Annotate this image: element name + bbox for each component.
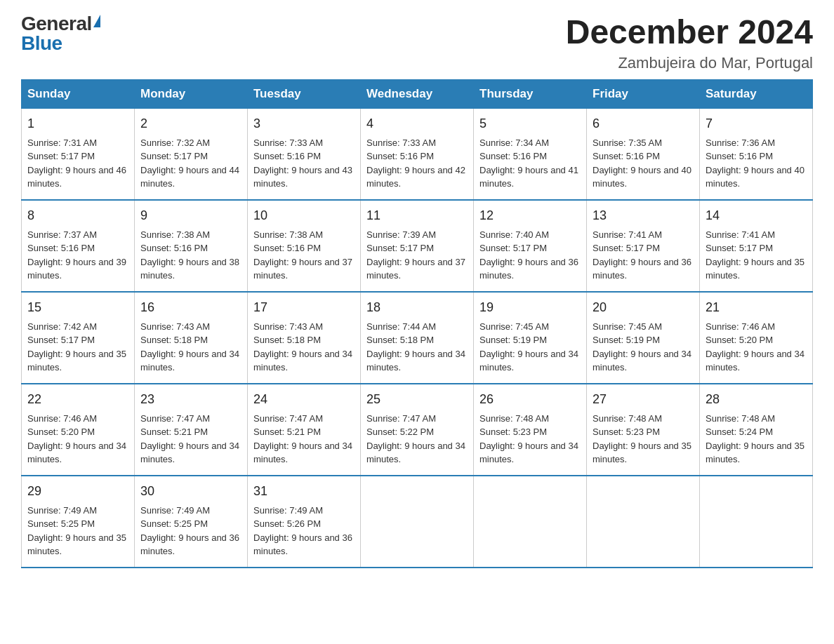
- logo: General Blue: [21, 14, 100, 53]
- day-info: Sunrise: 7:48 AM Sunset: 5:23 PM Dayligh…: [479, 412, 581, 467]
- logo-general-text: General: [21, 14, 92, 34]
- day-info: Sunrise: 7:45 AM Sunset: 5:19 PM Dayligh…: [593, 320, 694, 375]
- day-number: 21: [706, 298, 807, 317]
- page-title: December 2024: [566, 14, 813, 51]
- day-info: Sunrise: 7:39 AM Sunset: 5:17 PM Dayligh…: [366, 228, 468, 283]
- day-number: 3: [253, 114, 355, 133]
- calendar-cell: 30 Sunrise: 7:49 AM Sunset: 5:25 PM Dayl…: [135, 476, 248, 568]
- calendar-cell: 19 Sunrise: 7:45 AM Sunset: 5:19 PM Dayl…: [474, 292, 587, 384]
- calendar-week-row: 1 Sunrise: 7:31 AM Sunset: 5:17 PM Dayli…: [22, 108, 813, 200]
- calendar-cell: 29 Sunrise: 7:49 AM Sunset: 5:25 PM Dayl…: [22, 476, 135, 568]
- day-info: Sunrise: 7:41 AM Sunset: 5:17 PM Dayligh…: [593, 228, 694, 283]
- day-info: Sunrise: 7:38 AM Sunset: 5:16 PM Dayligh…: [253, 228, 355, 283]
- day-info: Sunrise: 7:43 AM Sunset: 5:18 PM Dayligh…: [253, 320, 355, 375]
- day-number: 17: [253, 298, 355, 317]
- day-number: 7: [706, 114, 807, 133]
- day-info: Sunrise: 7:33 AM Sunset: 5:16 PM Dayligh…: [253, 136, 355, 191]
- day-info: Sunrise: 7:49 AM Sunset: 5:26 PM Dayligh…: [253, 504, 355, 558]
- day-number: 15: [27, 298, 128, 317]
- day-number: 4: [366, 114, 468, 133]
- day-number: 11: [366, 206, 468, 225]
- day-info: Sunrise: 7:46 AM Sunset: 5:20 PM Dayligh…: [27, 412, 128, 467]
- calendar-cell: 14 Sunrise: 7:41 AM Sunset: 5:17 PM Dayl…: [700, 200, 813, 292]
- title-block: December 2024 Zambujeira do Mar, Portuga…: [566, 14, 813, 72]
- calendar-cell: 23 Sunrise: 7:47 AM Sunset: 5:21 PM Dayl…: [135, 384, 248, 476]
- page-header: General Blue December 2024 Zambujeira do…: [21, 14, 813, 72]
- day-info: Sunrise: 7:37 AM Sunset: 5:16 PM Dayligh…: [27, 228, 128, 283]
- calendar-header-saturday: Saturday: [700, 79, 813, 108]
- day-number: 12: [479, 206, 581, 225]
- calendar-cell: 8 Sunrise: 7:37 AM Sunset: 5:16 PM Dayli…: [22, 200, 135, 292]
- calendar-cell: 6 Sunrise: 7:35 AM Sunset: 5:16 PM Dayli…: [587, 108, 700, 200]
- calendar-cell: 26 Sunrise: 7:48 AM Sunset: 5:23 PM Dayl…: [474, 384, 587, 476]
- calendar-cell: 20 Sunrise: 7:45 AM Sunset: 5:19 PM Dayl…: [587, 292, 700, 384]
- calendar-cell: [700, 476, 813, 568]
- calendar-cell: 27 Sunrise: 7:48 AM Sunset: 5:23 PM Dayl…: [587, 384, 700, 476]
- day-info: Sunrise: 7:47 AM Sunset: 5:21 PM Dayligh…: [140, 412, 241, 467]
- day-number: 25: [366, 390, 468, 409]
- calendar-cell: [361, 476, 474, 568]
- day-info: Sunrise: 7:45 AM Sunset: 5:19 PM Dayligh…: [479, 320, 581, 375]
- day-info: Sunrise: 7:42 AM Sunset: 5:17 PM Dayligh…: [27, 320, 128, 375]
- calendar-cell: 2 Sunrise: 7:32 AM Sunset: 5:17 PM Dayli…: [135, 108, 248, 200]
- calendar-header-row: SundayMondayTuesdayWednesdayThursdayFrid…: [22, 79, 813, 108]
- calendar-week-row: 8 Sunrise: 7:37 AM Sunset: 5:16 PM Dayli…: [22, 200, 813, 292]
- calendar-cell: 5 Sunrise: 7:34 AM Sunset: 5:16 PM Dayli…: [474, 108, 587, 200]
- day-info: Sunrise: 7:34 AM Sunset: 5:16 PM Dayligh…: [479, 136, 581, 191]
- day-number: 2: [140, 114, 241, 133]
- day-number: 26: [479, 390, 581, 409]
- calendar-table: SundayMondayTuesdayWednesdayThursdayFrid…: [21, 79, 813, 568]
- calendar-cell: 17 Sunrise: 7:43 AM Sunset: 5:18 PM Dayl…: [248, 292, 361, 384]
- calendar-cell: 11 Sunrise: 7:39 AM Sunset: 5:17 PM Dayl…: [361, 200, 474, 292]
- day-info: Sunrise: 7:44 AM Sunset: 5:18 PM Dayligh…: [366, 320, 468, 375]
- calendar-header-thursday: Thursday: [474, 79, 587, 108]
- calendar-cell: 31 Sunrise: 7:49 AM Sunset: 5:26 PM Dayl…: [248, 476, 361, 568]
- calendar-cell: [474, 476, 587, 568]
- day-number: 22: [27, 390, 128, 409]
- calendar-cell: 22 Sunrise: 7:46 AM Sunset: 5:20 PM Dayl…: [22, 384, 135, 476]
- day-info: Sunrise: 7:47 AM Sunset: 5:22 PM Dayligh…: [366, 412, 468, 467]
- calendar-cell: 4 Sunrise: 7:33 AM Sunset: 5:16 PM Dayli…: [361, 108, 474, 200]
- day-info: Sunrise: 7:41 AM Sunset: 5:17 PM Dayligh…: [706, 228, 807, 283]
- calendar-header-monday: Monday: [135, 79, 248, 108]
- day-number: 20: [593, 298, 694, 317]
- day-info: Sunrise: 7:48 AM Sunset: 5:24 PM Dayligh…: [706, 412, 807, 467]
- day-number: 13: [593, 206, 694, 225]
- logo-triangle-icon: [93, 15, 100, 27]
- calendar-cell: 25 Sunrise: 7:47 AM Sunset: 5:22 PM Dayl…: [361, 384, 474, 476]
- day-info: Sunrise: 7:40 AM Sunset: 5:17 PM Dayligh…: [479, 228, 581, 283]
- day-number: 10: [253, 206, 355, 225]
- day-info: Sunrise: 7:49 AM Sunset: 5:25 PM Dayligh…: [27, 504, 128, 558]
- day-number: 19: [479, 298, 581, 317]
- day-number: 28: [706, 390, 807, 409]
- day-info: Sunrise: 7:36 AM Sunset: 5:16 PM Dayligh…: [706, 136, 807, 191]
- day-info: Sunrise: 7:48 AM Sunset: 5:23 PM Dayligh…: [593, 412, 694, 467]
- calendar-cell: 18 Sunrise: 7:44 AM Sunset: 5:18 PM Dayl…: [361, 292, 474, 384]
- day-info: Sunrise: 7:31 AM Sunset: 5:17 PM Dayligh…: [27, 136, 128, 191]
- logo-blue-text: Blue: [21, 32, 62, 54]
- calendar-header-tuesday: Tuesday: [248, 79, 361, 108]
- day-number: 6: [593, 114, 694, 133]
- day-number: 27: [593, 390, 694, 409]
- day-number: 8: [27, 206, 128, 225]
- calendar-cell: 7 Sunrise: 7:36 AM Sunset: 5:16 PM Dayli…: [700, 108, 813, 200]
- day-info: Sunrise: 7:46 AM Sunset: 5:20 PM Dayligh…: [706, 320, 807, 375]
- day-number: 29: [27, 482, 128, 501]
- calendar-week-row: 15 Sunrise: 7:42 AM Sunset: 5:17 PM Dayl…: [22, 292, 813, 384]
- calendar-cell: [587, 476, 700, 568]
- calendar-cell: 13 Sunrise: 7:41 AM Sunset: 5:17 PM Dayl…: [587, 200, 700, 292]
- calendar-cell: 16 Sunrise: 7:43 AM Sunset: 5:18 PM Dayl…: [135, 292, 248, 384]
- day-number: 1: [27, 114, 128, 133]
- day-number: 23: [140, 390, 241, 409]
- day-number: 31: [253, 482, 355, 501]
- day-number: 9: [140, 206, 241, 225]
- day-number: 16: [140, 298, 241, 317]
- calendar-header-wednesday: Wednesday: [361, 79, 474, 108]
- calendar-cell: 1 Sunrise: 7:31 AM Sunset: 5:17 PM Dayli…: [22, 108, 135, 200]
- day-number: 5: [479, 114, 581, 133]
- day-number: 14: [706, 206, 807, 225]
- day-number: 24: [253, 390, 355, 409]
- calendar-cell: 10 Sunrise: 7:38 AM Sunset: 5:16 PM Dayl…: [248, 200, 361, 292]
- day-info: Sunrise: 7:47 AM Sunset: 5:21 PM Dayligh…: [253, 412, 355, 467]
- calendar-cell: 15 Sunrise: 7:42 AM Sunset: 5:17 PM Dayl…: [22, 292, 135, 384]
